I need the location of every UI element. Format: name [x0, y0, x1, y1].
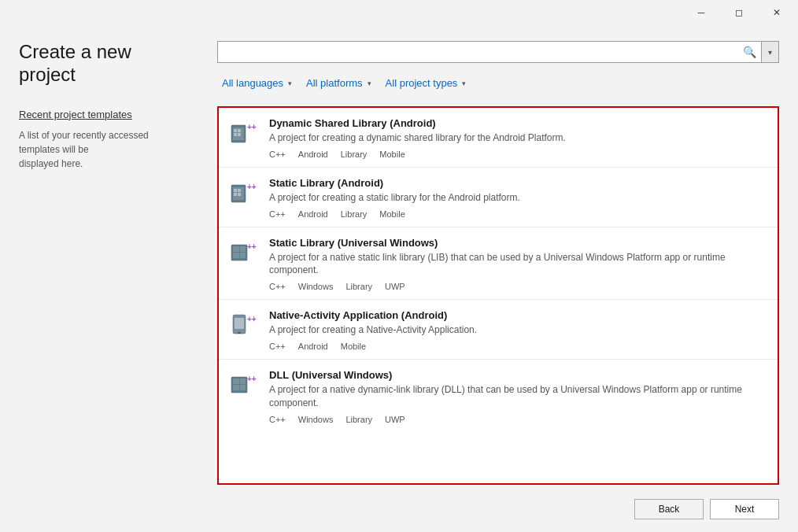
template-tags: C++WindowsLibraryUWP — [269, 282, 767, 291]
sidebar: Create a new project Recent project temp… — [19, 41, 192, 519]
template-tag: Windows — [298, 415, 334, 424]
template-desc: A project for creating a dynamic shared … — [269, 131, 767, 145]
bottom-bar: Back Next — [217, 493, 779, 519]
back-button[interactable]: Back — [634, 499, 704, 519]
search-input[interactable] — [223, 46, 743, 58]
svg-text:++: ++ — [247, 375, 257, 383]
recent-templates-heading: Recent project templates — [19, 109, 192, 120]
template-tag: UWP — [385, 415, 405, 424]
search-dropdown-button[interactable]: ▾ — [762, 41, 779, 63]
next-button[interactable]: Next — [710, 499, 779, 519]
svg-rect-21 — [235, 318, 244, 329]
title-bar: ─ ◻ ✕ — [0, 0, 798, 25]
template-item[interactable]: ++DLL (Universal Windows)A project for a… — [219, 360, 778, 432]
svg-rect-2 — [234, 129, 237, 132]
page-title: Create a new project — [19, 41, 192, 87]
filter-project-types[interactable]: All project types ▾ — [381, 74, 471, 94]
svg-rect-9 — [234, 189, 237, 192]
template-tags: C++WindowsLibraryUWP — [269, 415, 767, 424]
template-icon: ++ — [230, 238, 258, 267]
template-icon: ++ — [230, 119, 258, 147]
template-content: Dynamic Shared Library (Android)A projec… — [269, 117, 767, 159]
template-tag: Mobile — [341, 342, 366, 351]
filter-languages-arrow: ▾ — [288, 79, 292, 87]
template-tag: Library — [345, 415, 372, 424]
template-tag: Windows — [298, 282, 334, 291]
template-item[interactable]: ++Dynamic Shared Library (Android)A proj… — [219, 108, 778, 168]
template-icon: ++ — [230, 371, 258, 399]
filter-platforms-label: All platforms — [306, 77, 363, 89]
svg-rect-18 — [240, 253, 246, 258]
template-content: Static Library (Android)A project for cr… — [269, 177, 767, 219]
svg-text:++: ++ — [247, 315, 257, 323]
template-icon: ++ — [230, 311, 258, 339]
main-content: Create a new project Recent project temp… — [0, 25, 798, 532]
template-icon: ++ — [230, 179, 258, 207]
template-tag: Library — [345, 282, 372, 291]
svg-text:++: ++ — [247, 242, 257, 251]
close-button[interactable]: ✕ — [759, 0, 795, 25]
template-desc: A project for a native dynamic-link libr… — [269, 383, 767, 410]
template-tag: Android — [298, 342, 328, 351]
template-tag: C++ — [269, 150, 286, 159]
template-tags: C++AndroidLibraryMobile — [269, 209, 767, 219]
template-tag: C++ — [269, 415, 286, 424]
template-tag: Android — [298, 209, 328, 219]
template-name: DLL (Universal Windows) — [269, 369, 767, 381]
svg-rect-27 — [233, 385, 239, 390]
template-desc: A project for creating a static library … — [269, 191, 767, 205]
recent-templates-desc: A list of your recently accessed templat… — [19, 128, 192, 171]
filter-languages-label: All languages — [222, 77, 283, 89]
template-tags: C++AndroidMobile — [269, 342, 767, 351]
template-tag: UWP — [385, 282, 405, 291]
svg-rect-11 — [234, 193, 237, 196]
svg-rect-26 — [240, 379, 246, 384]
template-tag: Library — [341, 150, 368, 159]
template-item[interactable]: ++Static Library (Universal Windows)A pr… — [219, 227, 778, 301]
template-tag: Mobile — [379, 150, 405, 159]
template-tag: C++ — [269, 282, 286, 291]
svg-rect-25 — [233, 379, 239, 384]
template-content: Static Library (Universal Windows)A proj… — [269, 237, 767, 292]
search-row: 🔍 ▾ — [217, 41, 779, 63]
svg-rect-3 — [238, 129, 241, 132]
template-tag: Mobile — [379, 209, 405, 219]
search-icon: 🔍 — [743, 46, 756, 58]
svg-text:++: ++ — [247, 183, 257, 191]
svg-rect-15 — [233, 246, 239, 252]
svg-rect-17 — [233, 253, 239, 258]
template-item[interactable]: ++ Native-Activity Application (Android)… — [219, 300, 778, 360]
svg-rect-10 — [238, 189, 241, 192]
template-list: ++Dynamic Shared Library (Android)A proj… — [217, 106, 779, 485]
filter-platforms[interactable]: All platforms ▾ — [301, 74, 376, 94]
svg-rect-28 — [240, 385, 246, 390]
template-desc: A project for creating a Native-Activity… — [269, 323, 767, 337]
template-desc: A project for a native static link libra… — [269, 251, 767, 278]
template-tag: Android — [298, 150, 328, 159]
svg-rect-22 — [238, 332, 241, 334]
filter-project-types-arrow: ▾ — [462, 79, 466, 87]
template-item[interactable]: ++Static Library (Android)A project for … — [219, 168, 778, 227]
template-tags: C++AndroidLibraryMobile — [269, 150, 767, 159]
search-input-wrap[interactable]: 🔍 — [217, 41, 762, 63]
svg-rect-4 — [234, 133, 237, 136]
template-name: Static Library (Universal Windows) — [269, 237, 767, 249]
svg-text:++: ++ — [247, 123, 257, 131]
filter-project-types-label: All project types — [386, 77, 458, 89]
template-name: Dynamic Shared Library (Android) — [269, 117, 767, 129]
template-content: DLL (Universal Windows)A project for a n… — [269, 369, 767, 424]
filter-platforms-arrow: ▾ — [368, 79, 371, 87]
template-tag: C++ — [269, 342, 286, 351]
template-tag: Library — [341, 209, 368, 219]
minimize-button[interactable]: ─ — [683, 0, 719, 25]
svg-rect-12 — [238, 193, 241, 196]
filter-languages[interactable]: All languages ▾ — [217, 74, 297, 94]
svg-rect-5 — [238, 133, 241, 136]
template-name: Static Library (Android) — [269, 177, 767, 189]
template-content: Native-Activity Application (Android)A p… — [269, 309, 767, 351]
svg-rect-16 — [240, 246, 246, 252]
filters-row: All languages ▾ All platforms ▾ All proj… — [217, 74, 779, 94]
restore-button[interactable]: ◻ — [721, 0, 757, 25]
template-name: Native-Activity Application (Android) — [269, 309, 767, 321]
template-tag: C++ — [269, 209, 286, 219]
